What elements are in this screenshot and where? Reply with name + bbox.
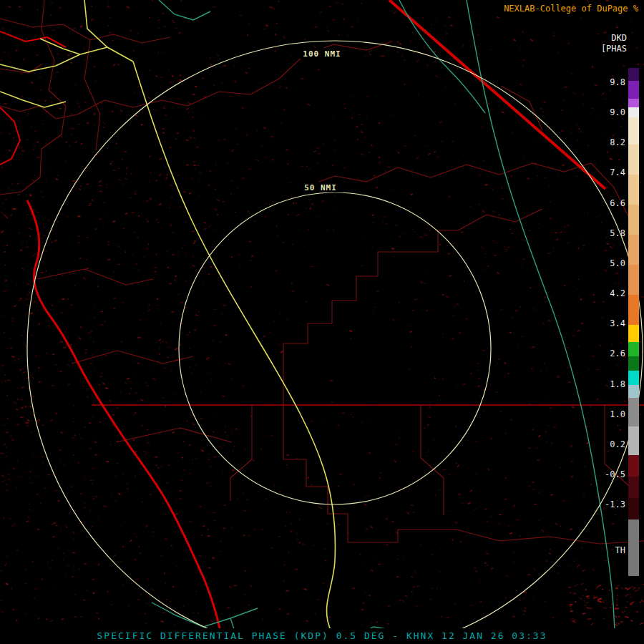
yellow-highway-line — [0, 92, 66, 107]
county-line — [0, 19, 170, 43]
colorbar-segment — [628, 107, 639, 117]
county-line — [283, 230, 458, 459]
yellow-highways — [0, 0, 338, 644]
coastline — [27, 200, 223, 644]
colorbar-segment — [628, 325, 639, 342]
colorbar-tick-label: 7.4 — [610, 167, 625, 177]
county-line — [230, 405, 252, 501]
colorbar-segment — [628, 356, 639, 371]
colorbar-segment — [628, 99, 639, 107]
coastline-inlet — [0, 107, 20, 165]
colorbar-tick-label: 4.2 — [610, 288, 625, 298]
colorbar-tick-label: 1.0 — [610, 409, 625, 419]
colorbar-segment — [628, 68, 639, 81]
colorbar-segment — [628, 295, 639, 325]
teal-highways — [152, 0, 615, 644]
radar-display: 100 NMI 50 NMI NEXLAB-College of DuPage … — [0, 0, 644, 644]
yellow-highway-line — [133, 62, 338, 644]
title-text: NEXLAB-College of DuPage — [504, 4, 628, 14]
colorbar-segment — [628, 477, 639, 498]
radar-echo-speckles — [0, 0, 644, 626]
colorbar-segment — [628, 455, 639, 477]
colorbar-segment — [628, 498, 639, 519]
teal-highway-line — [159, 0, 210, 20]
product-units-label: [PHAS — [601, 44, 627, 54]
state-line-diagonal — [389, 0, 605, 189]
colorbar-segment — [628, 385, 639, 398]
county-line — [303, 163, 591, 187]
colorbar-tick-label: 9.0 — [610, 107, 625, 117]
county-line — [283, 459, 348, 542]
county-line — [501, 86, 542, 130]
colorbar-segment — [628, 145, 639, 175]
county-line — [77, 100, 187, 114]
county-line — [421, 405, 444, 515]
colorbar-segment — [628, 117, 639, 145]
colorbar-segment — [628, 175, 639, 205]
coastline-north — [0, 31, 66, 47]
range-ring-50nmi-label: 50 NMI — [304, 183, 337, 192]
colorbar-tick-label: 0.2 — [610, 439, 625, 449]
product-caption: SPECIFIC DIFFERENTIAL PHASE (KDP) 0.5 DE… — [97, 630, 547, 641]
colorbar-tick-label: 5.0 — [610, 258, 625, 268]
county-line — [72, 351, 193, 364]
county-line — [458, 209, 542, 230]
colorbar-tick-label: 2.6 — [610, 348, 625, 358]
state-boundaries — [0, 0, 605, 644]
colorbar-segment — [628, 519, 639, 576]
product-caption-bar: SPECIFIC DIFFERENTIAL PHASE (KDP) 0.5 DE… — [0, 628, 644, 644]
colorbar-tick-label: TH — [615, 545, 625, 555]
yellow-highway-line — [84, 0, 133, 62]
county-line — [187, 42, 392, 106]
colorbar-tick-label: 6.6 — [610, 198, 625, 208]
teal-highway-line — [152, 602, 258, 627]
site-title: NEXLAB-College of DuPage % — [504, 4, 638, 14]
colorbar-segment — [628, 342, 639, 356]
colorbar-segment — [628, 205, 639, 235]
colorbar-tick-label: -0.5 — [605, 469, 625, 479]
colorbar-tick-label: -1.3 — [605, 499, 625, 509]
county-line — [348, 530, 644, 544]
yellow-highway-line — [40, 39, 80, 54]
range-ring-100nmi-label: 100 NMI — [303, 49, 341, 59]
county-line — [37, 269, 153, 285]
colorbar-segment — [628, 81, 639, 99]
title-suffix: % — [633, 4, 638, 14]
colorbar-segment — [628, 426, 639, 455]
colorbar-tick-label: 5.8 — [610, 228, 625, 238]
colorbar-tick-label: 3.4 — [610, 318, 625, 328]
county-line — [0, 0, 66, 195]
colorbar-segment — [628, 265, 639, 295]
colorbar-segment — [628, 235, 639, 265]
colorbar-tick-label: 1.8 — [610, 379, 625, 389]
colorbar-tick-label: 8.2 — [610, 137, 625, 147]
radar-map: 100 NMI 50 NMI — [0, 0, 644, 644]
colorbar-segment — [628, 371, 639, 385]
range-ring-50nmi — [179, 192, 491, 504]
colorbar-tick-label: 9.8 — [610, 77, 625, 87]
teal-highway-line — [399, 0, 485, 113]
county-line — [84, 40, 100, 150]
colorbar — [628, 68, 639, 576]
colorbar-segment — [628, 398, 639, 426]
product-code: DKD — [611, 33, 627, 43]
